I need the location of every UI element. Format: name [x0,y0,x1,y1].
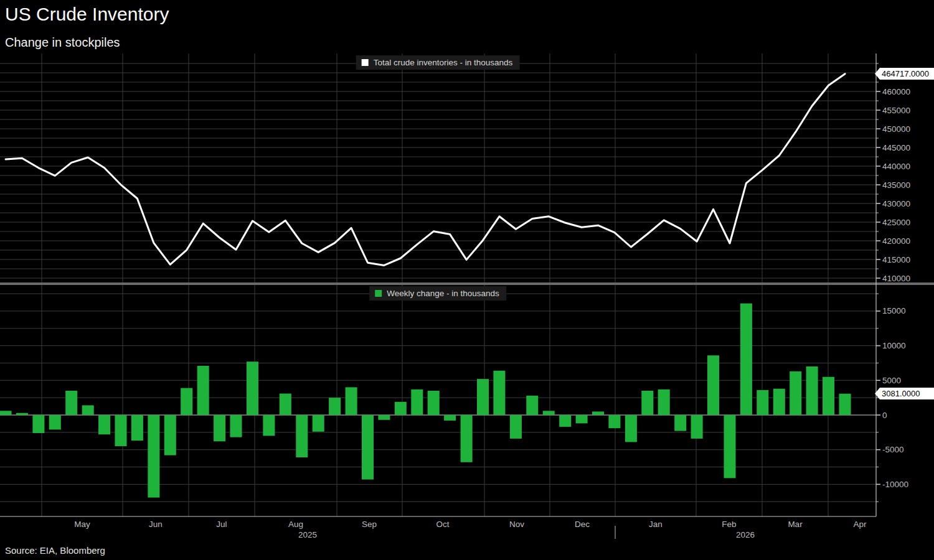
weekly-change-bar [82,405,94,415]
month-tick-label: Jun [149,520,163,529]
weekly-change-bar [329,398,341,415]
y-axis-tick-label: 10000 [882,341,906,350]
weekly-change-bar [641,391,653,415]
weekly-change-bar [757,390,768,415]
weekly-change-bar [823,377,834,415]
bloomberg-crude-inventory-screen: US Crude Inventory Change in stockpiles … [0,0,934,560]
line-last-value-tag: 464717.0000 [875,68,934,80]
weekly-change-bar [362,415,374,480]
weekly-change-bar [0,411,12,415]
weekly-change-bar [510,415,522,439]
y-axis-tick-label: 445000 [882,143,910,152]
weekly-change-bar [526,396,538,415]
weekly-change-bar [806,366,818,415]
month-tick-label: Apr [853,520,867,529]
weekly-change-bar [214,415,225,441]
weekly-change-bar [230,415,242,437]
weekly-change-bar [148,415,159,498]
month-tick-label: Jul [216,520,227,529]
bar-legend-label: Weekly change - in thousands [387,289,499,298]
weekly-change-bar [428,391,440,415]
month-tick-label: Oct [436,520,449,529]
weekly-change-bar [707,355,719,415]
line-legend-swatch-icon [362,59,369,66]
bar-series-legend: Weekly change - in thousands [369,286,506,301]
weekly-change-bar [65,391,77,415]
weekly-change-bar [625,415,637,442]
weekly-change-bar [790,371,801,415]
line-series-legend: Total crude inventories - in thousands [356,55,520,70]
month-tick-label: Jan [649,520,663,529]
weekly-change-bar [164,415,176,455]
weekly-change-bar [444,415,456,421]
weekly-change-bar [543,411,555,415]
weekly-change-bar [346,387,357,415]
y-axis-tick-label: 430000 [882,199,910,208]
month-tick-label: May [74,520,90,529]
line-legend-label: Total crude inventories - in thousands [374,58,513,67]
y-axis-tick-label: 415000 [882,255,910,264]
weekly-change-bar [32,415,44,433]
year-label: 2025 [298,530,317,539]
y-axis-tick-label: -5000 [882,445,904,454]
y-axis-tick-label: 5000 [882,376,901,385]
weekly-change-bar [131,415,143,441]
weekly-change-bar [411,390,423,415]
y-axis-tick-label: 15000 [882,306,906,315]
month-tick-label: Aug [288,520,303,529]
weekly-change-bar [98,415,110,434]
y-axis-tick-label: 435000 [882,180,910,190]
y-axis-tick-label: 450000 [882,124,910,134]
panel-divider [0,282,934,285]
weekly-change-bar [247,362,258,415]
month-tick-label: Dec [575,520,590,529]
weekly-change-bar [395,402,407,415]
inventory-line [6,74,845,266]
bar-last-value-tag: 3081.0000 [875,388,934,399]
weekly-change-bar [773,389,785,415]
bar-legend-swatch-icon [375,290,382,297]
month-tick-label: Sep [362,520,377,529]
y-axis-tick-label: 420000 [882,236,910,246]
weekly-change-bar [263,415,275,436]
weekly-change-bar [477,379,489,415]
year-label: 2026 [736,530,755,539]
weekly-change-bar [740,304,752,415]
weekly-change-bar [608,415,620,428]
weekly-change-bar [181,388,192,415]
weekly-change-bar [49,415,61,429]
weekly-change-bar [559,415,571,427]
weekly-change-bar [378,415,390,420]
weekly-change-bar [16,413,28,415]
weekly-change-bar [493,371,505,415]
y-axis-tick-label: 0 [882,411,887,420]
month-tick-label: Feb [722,520,736,529]
weekly-change-bar [296,415,308,457]
y-axis-tick-label: 410000 [882,274,910,283]
weekly-change-bar [115,415,127,446]
month-tick-label: Nov [509,520,524,529]
weekly-change-bar [674,415,686,431]
y-axis-tick-label: 455000 [882,106,910,115]
weekly-change-bar [592,411,604,415]
y-axis-tick-label: 460000 [882,87,910,96]
weekly-change-bar [197,366,209,415]
weekly-change-bar [576,415,588,423]
weekly-change-bar [280,394,291,416]
y-axis-tick-label: 425000 [882,218,910,227]
weekly-change-bar [691,415,703,439]
weekly-change-bar [839,394,851,415]
source-note: Source: EIA, Bloomberg [5,545,105,556]
weekly-change-bar [658,390,670,415]
chart-canvas: 4100004150004200004250004300004350004400… [0,0,934,560]
y-axis-tick-label: -10000 [882,480,908,489]
month-tick-label: Mar [788,520,803,529]
y-axis-tick-label: 440000 [882,162,910,171]
weekly-change-bar [461,415,473,462]
weekly-change-bar [313,415,324,432]
weekly-change-bar [724,415,736,478]
